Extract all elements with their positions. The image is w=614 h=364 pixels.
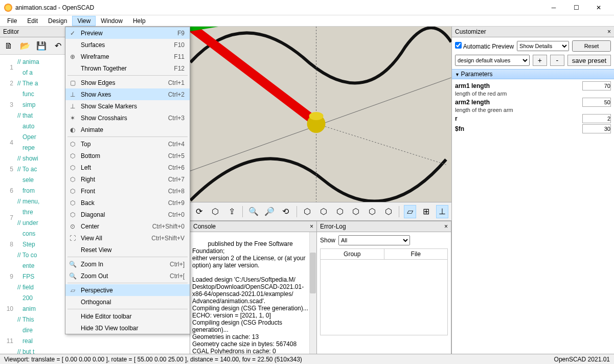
menu-help[interactable]: Help — [128, 16, 151, 26]
view-left-icon[interactable]: ⬡ — [350, 205, 362, 218]
menu-window[interactable]: Window — [96, 16, 128, 26]
menu-item-icon: ⬡ — [69, 141, 77, 148]
menu-item-label: Hide Editor toolbar — [81, 313, 185, 320]
view-top-icon[interactable]: ⬡ — [317, 205, 330, 218]
error-log-header: Error-Log × — [317, 221, 451, 232]
view-bottom-icon[interactable]: ⬡ — [334, 205, 346, 218]
view-menu-dropdown[interactable]: ✓PreviewF9SurfacesF10⊕WireframeF11Thrown… — [65, 27, 190, 334]
menu-item-show-edges[interactable]: ▢Show EdgesCtrl+1 — [65, 77, 190, 88]
axes-icon[interactable]: ⊥ — [436, 205, 448, 218]
maximize-button[interactable]: ☐ — [565, 1, 587, 15]
param-input[interactable] — [582, 124, 611, 133]
menu-item-diagonal[interactable]: ⬡DiagonalCtrl+0 — [65, 209, 190, 220]
param-desc: length of the green arm — [455, 107, 611, 113]
menu-item-right[interactable]: ⬡RightCtrl+7 — [65, 173, 190, 185]
toolbar-separator — [399, 206, 399, 217]
menu-item-center[interactable]: ⊙CenterCtrl+Shift+0 — [65, 220, 190, 232]
param-input[interactable] — [582, 81, 611, 90]
zoom-out-icon[interactable]: 🔎 — [263, 205, 276, 218]
menu-item-animate[interactable]: ◐Animate — [65, 124, 190, 135]
minimize-button[interactable]: ─ — [542, 1, 565, 15]
view-front-icon[interactable]: ⬡ — [366, 205, 378, 218]
menu-item-shortcut: Ctrl+3 — [168, 115, 185, 122]
remove-preset-button[interactable]: - — [550, 55, 564, 66]
customizer-title: Customizer — [455, 28, 486, 35]
customizer-close-icon[interactable]: × — [607, 28, 611, 35]
menu-item-left[interactable]: ⬡LeftCtrl+6 — [65, 162, 190, 173]
menu-item-show-crosshairs[interactable]: ✶Show CrosshairsCtrl+3 — [65, 112, 190, 124]
menu-item-back[interactable]: ⬡BackCtrl+9 — [65, 197, 190, 209]
param-input[interactable] — [582, 114, 611, 123]
error-log-panel: Error-Log × Show All Group File — [317, 221, 451, 354]
reset-view-icon[interactable]: ⟲ — [280, 205, 292, 218]
menu-item-hide-3d-view-toolbar[interactable]: Hide 3D View toolbar — [65, 322, 190, 334]
auto-preview-checkbox[interactable]: Automatic Preview — [455, 42, 514, 50]
menu-item-label: Show Axes — [81, 91, 168, 98]
menu-item-perspective[interactable]: ▱Perspective — [65, 284, 190, 296]
menu-item-shortcut: Ctrl+0 — [168, 211, 185, 218]
menu-item-label: Wireframe — [81, 53, 174, 60]
menu-item-icon: 🔍 — [69, 261, 77, 268]
zoom-in-icon[interactable]: 🔍 — [247, 205, 260, 218]
new-file-icon[interactable]: 🗎 — [3, 40, 14, 52]
view-back-icon[interactable]: ⬡ — [382, 205, 395, 218]
details-select[interactable]: Show Details — [517, 41, 569, 51]
error-log-body: Show All Group File — [317, 232, 451, 354]
menu-item-hide-editor-toolbar[interactable]: Hide Editor toolbar — [65, 310, 190, 322]
error-log-close-icon[interactable]: × — [444, 223, 448, 230]
menu-item-surfaces[interactable]: SurfacesF10 — [65, 39, 190, 51]
menu-view[interactable]: View — [72, 16, 96, 26]
parameters-header[interactable]: Parameters — [452, 69, 614, 79]
param-input[interactable] — [582, 98, 611, 107]
open-file-icon[interactable]: 📂 — [19, 40, 31, 52]
console-scrollbar[interactable] — [309, 232, 316, 354]
menu-item-view-all[interactable]: ⛶View AllCtrl+Shift+V — [65, 232, 190, 244]
preset-select[interactable]: design default values — [455, 55, 530, 66]
render-icon[interactable]: ⬡ — [210, 205, 222, 218]
menu-item-zoom-in[interactable]: 🔍Zoom InCtrl+] — [65, 258, 190, 270]
menu-item-reset-view[interactable]: Reset View — [65, 244, 190, 256]
save-preset-button[interactable]: save preset — [567, 55, 611, 66]
console-close-icon[interactable]: × — [310, 223, 313, 230]
customizer-panel: Customizer × Automatic Preview Show Deta… — [451, 27, 614, 354]
menu-item-show-axes[interactable]: ⊥Show AxesCtrl+2 — [65, 88, 190, 100]
menu-item-bottom[interactable]: ⬡BottomCtrl+5 — [65, 150, 190, 162]
orthogonal-icon[interactable]: ⊞ — [420, 205, 433, 218]
menu-design[interactable]: Design — [43, 16, 72, 26]
param--fn: $fn — [455, 124, 611, 133]
menu-item-label: Center — [81, 223, 152, 230]
menu-item-label: Bottom — [81, 152, 168, 160]
menu-item-preview[interactable]: ✓PreviewF9 — [65, 27, 190, 39]
menu-item-top[interactable]: ⬡TopCtrl+4 — [65, 138, 190, 150]
menu-item-wireframe[interactable]: ⊕WireframeF11 — [65, 51, 190, 62]
menu-item-label: Show Crosshairs — [81, 115, 168, 122]
menu-item-label: Diagonal — [81, 211, 168, 218]
perspective-icon[interactable]: ▱ — [404, 205, 416, 218]
save-file-icon[interactable]: 💾 — [36, 40, 47, 52]
menu-item-icon: ⊙ — [69, 223, 77, 230]
menu-separator — [67, 75, 188, 76]
view-right-icon[interactable]: ⬡ — [302, 205, 314, 218]
menu-edit[interactable]: Edit — [22, 16, 43, 26]
undo-icon[interactable]: ↶ — [52, 40, 63, 52]
menu-item-front[interactable]: ⬡FrontCtrl+8 — [65, 185, 190, 197]
reset-button[interactable]: Reset — [572, 40, 611, 52]
console-output[interactable]: published by the Free Software Foundatio… — [190, 232, 316, 354]
error-log-table[interactable]: Group File — [320, 248, 448, 335]
menu-item-label: Top — [81, 141, 168, 148]
menu-item-orthogonal[interactable]: Orthogonal — [65, 296, 190, 308]
error-log-col-file[interactable]: File — [384, 249, 448, 259]
error-log-col-group[interactable]: Group — [321, 249, 384, 259]
menu-item-label: Show Scale Markers — [81, 103, 185, 110]
menu-item-thrown-together[interactable]: Thrown TogetherF12 — [65, 62, 190, 74]
add-preset-button[interactable]: + — [533, 55, 547, 66]
viewport-3d[interactable] — [190, 27, 451, 202]
preview-icon[interactable]: ⟳ — [193, 205, 206, 218]
menu-item-shortcut: Ctrl+Shift+V — [151, 235, 185, 242]
close-button[interactable]: ✕ — [587, 1, 610, 15]
menu-file[interactable]: File — [2, 16, 22, 26]
menu-item-zoom-out[interactable]: 🔍Zoom OutCtrl+[ — [65, 270, 190, 282]
menu-item-show-scale-markers[interactable]: ⊥Show Scale Markers — [65, 100, 190, 112]
export-icon[interactable]: ⇪ — [225, 205, 238, 218]
error-log-filter[interactable]: All — [338, 235, 410, 245]
